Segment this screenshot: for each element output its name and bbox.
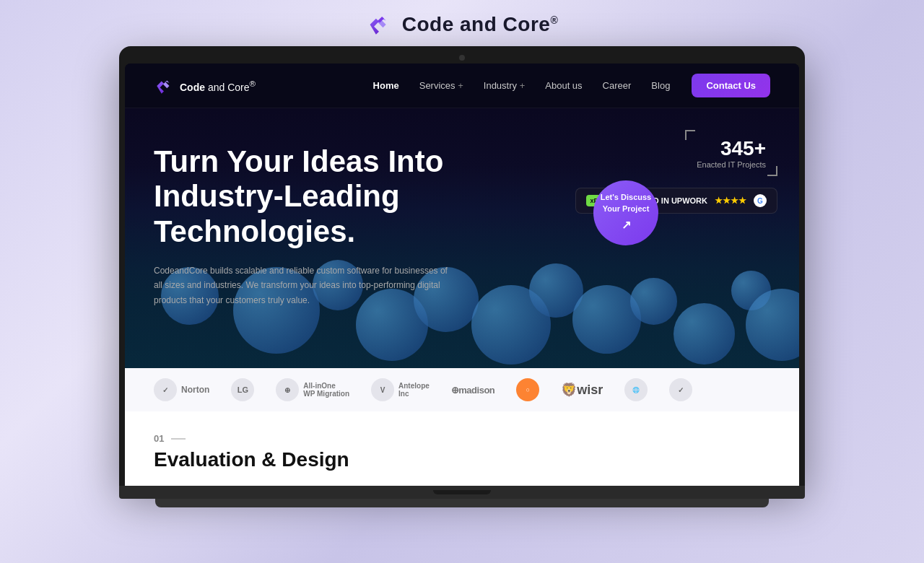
section-divider: [171, 438, 186, 440]
nav-links: Home Services Industry About us Career B…: [373, 80, 671, 91]
section-number: 01: [154, 433, 770, 444]
laptop-screen: Code and Core® Home Services Industry Ab…: [125, 64, 799, 486]
nav-blog[interactable]: Blog: [651, 80, 670, 91]
antelope-icon: V: [371, 378, 394, 401]
site-nav: Code and Core® Home Services Industry Ab…: [125, 64, 799, 108]
nav-services[interactable]: Services: [419, 80, 463, 91]
logo-wisr: 🦁wisr: [561, 382, 603, 398]
laptop-notch: [433, 490, 491, 494]
google-icon: G: [754, 194, 767, 207]
un-icon: 🌐: [624, 378, 648, 401]
logos-bar: ✓ Norton LG ⊕ All-inOneWP Migration V An…: [125, 368, 799, 411]
logo-madison: ⊕madison: [451, 385, 494, 396]
stats-number: 345+: [697, 137, 766, 160]
bubble-10: [674, 303, 735, 365]
logo-antelope: V AntelopeInc: [371, 378, 430, 401]
site-logo: Code and Core®: [154, 78, 256, 94]
orange-icon: ○: [516, 378, 539, 401]
site-logo-icon: [154, 78, 174, 94]
top-header: Code and Core®: [0, 0, 924, 45]
antelope-label: AntelopeInc: [398, 382, 430, 398]
discuss-arrow-icon: ↗: [622, 217, 631, 233]
laptop-base: [119, 486, 805, 499]
evaluation-section: 01 Evaluation & Design: [125, 411, 799, 486]
nav-home[interactable]: Home: [373, 80, 399, 91]
logo-norton: ✓ Norton: [154, 378, 209, 401]
laptop-stand: [155, 499, 769, 507]
wp-icon: ⊕: [276, 378, 299, 401]
screen-bezel: Code and Core® Home Services Industry Ab…: [119, 46, 805, 486]
hero-title: Turn Your Ideas Into Industry-Leading Te…: [154, 144, 500, 249]
hero-content: Turn Your Ideas Into Industry-Leading Te…: [154, 144, 500, 307]
stats-label: Enacted IT Projects: [697, 160, 766, 169]
wisr-label: 🦁wisr: [561, 382, 603, 398]
discuss-button[interactable]: Let's Discuss Your Project ↗: [593, 180, 658, 245]
discuss-line1: Let's Discuss: [601, 192, 651, 203]
lg-icon: LG: [231, 378, 254, 401]
contact-button[interactable]: Contact Us: [692, 74, 770, 97]
extra-icon: ✓: [669, 378, 692, 401]
logo-extra: ✓: [669, 378, 692, 401]
site-logo-text: Code and Core®: [180, 79, 256, 93]
discuss-line2: Your Project: [603, 204, 650, 214]
logo-orange: ○: [516, 378, 539, 401]
top-brand-name: Code and Core®: [402, 13, 558, 36]
stars-icon: ★★★★: [715, 196, 746, 206]
logo-wp: ⊕ All-inOneWP Migration: [276, 378, 349, 401]
logo-un: 🌐: [624, 378, 648, 401]
nav-career[interactable]: Career: [603, 80, 632, 91]
hero-section: Turn Your Ideas Into Industry-Leading Te…: [125, 108, 799, 368]
nav-about[interactable]: About us: [545, 80, 582, 91]
top-logo-icon: [366, 14, 392, 35]
norton-icon: ✓: [154, 378, 177, 401]
camera-dot: [459, 55, 465, 61]
wp-label: All-inOneWP Migration: [303, 382, 349, 398]
bubble-9: [630, 278, 677, 325]
madison-label: ⊕madison: [451, 385, 494, 396]
hero-description: CodeandCore builds scalable and reliable…: [154, 263, 457, 307]
section-title: Evaluation & Design: [154, 448, 770, 471]
stats-box: 345+ Enacted IT Projects: [685, 130, 777, 176]
laptop-container: Code and Core® Home Services Industry Ab…: [119, 46, 805, 507]
logo-lg: LG: [231, 378, 254, 401]
nav-industry[interactable]: Industry: [484, 80, 525, 91]
norton-label: Norton: [181, 385, 209, 395]
